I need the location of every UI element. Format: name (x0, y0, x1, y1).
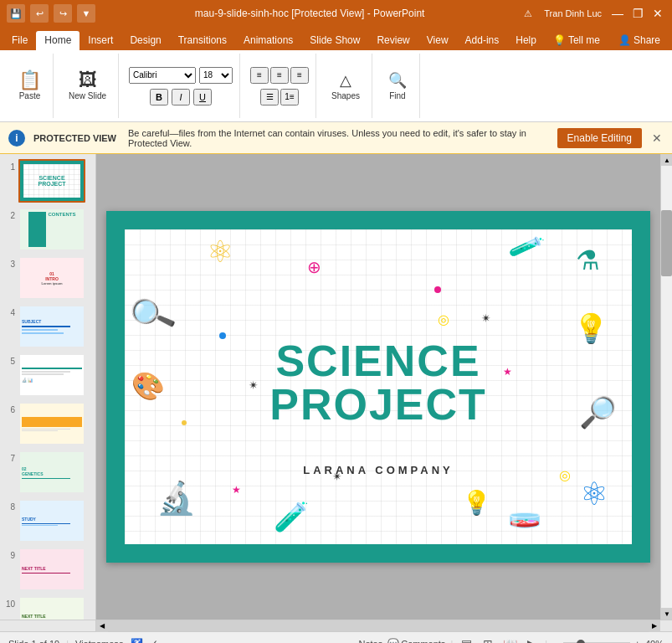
canvas-area: SCIENCE PROJECT LARANA COMPANY ⚛ ⊕ 🧪 ⚗ 💡… (96, 154, 660, 620)
bullet-list-button[interactable]: ☰ (260, 89, 279, 105)
font-size-select[interactable]: 18 (199, 67, 233, 84)
list-item[interactable]: 6 (3, 402, 92, 445)
dot-deco1 (219, 332, 226, 339)
pink-star1: ★ (232, 484, 241, 496)
enable-editing-button[interactable]: Enable Editing (557, 128, 642, 148)
tab-file[interactable]: File (3, 31, 36, 50)
tab-view[interactable]: View (418, 31, 457, 50)
comments-icon: 💬 (387, 638, 399, 643)
list-item[interactable]: 3 01 INTRO Lorem ipsum (3, 256, 92, 300)
notes-button[interactable]: Notes (358, 639, 382, 644)
zoom-level: 40% (645, 639, 664, 644)
align-right-button[interactable]: ≡ (290, 67, 309, 84)
h-scroll-track[interactable] (108, 620, 649, 631)
new-slide-icon: 🖼 (79, 71, 97, 90)
bold-button[interactable]: B (150, 89, 168, 105)
align-left-button[interactable]: ≡ (250, 67, 269, 84)
font-family-select[interactable]: Calibri (129, 67, 196, 84)
tab-animations[interactable]: Animations (235, 31, 301, 50)
close-bar-button[interactable]: ✕ (650, 131, 664, 145)
slideshow-button[interactable]: ▶ (523, 635, 540, 644)
beaker-deco: 🧪 (274, 500, 309, 533)
zoom-plus[interactable]: + (635, 639, 640, 644)
dot-deco3 (434, 286, 441, 293)
slide-info: Slide 1 of 19 (8, 639, 59, 644)
slide-thumb-1[interactable]: SCIENCE PROJECT (18, 159, 85, 203)
slide-thumb-10[interactable]: NEXT TITLE (18, 596, 85, 620)
spiral-deco2: ◎ (559, 467, 571, 483)
slide-thumb-8[interactable]: STUDY (18, 499, 85, 543)
save-button[interactable]: 💾 (7, 4, 25, 23)
scroll-thumb (661, 210, 672, 276)
h-scroll-left-spacer (0, 620, 96, 631)
tab-insert[interactable]: Insert (80, 31, 121, 50)
minimize-button[interactable]: — (610, 6, 625, 21)
slide-sorter-button[interactable]: ⊞ (480, 635, 496, 644)
star-deco3: ✴ (332, 470, 342, 483)
tab-transitions[interactable]: Transitions (170, 31, 235, 50)
tab-home[interactable]: Home (36, 31, 80, 50)
slide-thumb-4[interactable]: SUBJECT (18, 305, 85, 348)
list-item[interactable]: 1 SCIENCE PROJECT (3, 159, 92, 203)
scroll-left-button[interactable]: ◀ (96, 620, 108, 632)
slide-title: SCIENCE PROJECT (269, 339, 487, 426)
status-left: Slide 1 of 19 | Vietnamese ♿ ✓ (8, 638, 158, 644)
font-group: Calibri 18 B I U (122, 54, 240, 118)
scroll-right-button[interactable]: ▶ (649, 620, 660, 632)
tab-slideshow[interactable]: Slide Show (301, 31, 368, 50)
protected-icon: i (8, 130, 25, 147)
numbering-button[interactable]: 1≡ (280, 89, 299, 105)
ribbon-content: 📋 Paste 🖼 New Slide Calibri 18 B I U ≡ ≡… (0, 50, 672, 122)
list-item[interactable]: 2 CONTENTS (3, 208, 92, 251)
ribbon-tabs: File Home Insert Design Transitions Anim… (0, 27, 672, 50)
spiral-deco: ◎ (438, 311, 449, 327)
restore-button[interactable]: ❐ (630, 6, 645, 21)
slide-thumb-6[interactable] (18, 402, 85, 445)
redo-button[interactable]: ↪ (54, 4, 72, 23)
new-slide-button[interactable]: 🖼 New Slide (64, 68, 111, 104)
language-indicator: Vietnamese (75, 639, 124, 644)
tab-tellme[interactable]: 💡Tell me (545, 31, 608, 50)
scroll-down-button[interactable]: ▼ (661, 608, 672, 620)
slide-thumb-5[interactable]: 🔬 📊 (18, 353, 85, 397)
slide-thumb-7[interactable]: 02 GENETICS (18, 450, 85, 494)
normal-view-button[interactable]: ▤ (458, 635, 475, 644)
slide-panel[interactable]: 1 SCIENCE PROJECT 2 CONTENTS (0, 154, 96, 620)
scroll-track[interactable] (661, 166, 672, 608)
reading-view-button[interactable]: 📖 (501, 635, 518, 644)
paste-button[interactable]: 📋 Paste (13, 68, 46, 104)
underline-button[interactable]: U (193, 89, 212, 105)
shapes-button[interactable]: △ Shapes (326, 68, 365, 104)
tab-help[interactable]: Help (507, 31, 545, 50)
tab-addins[interactable]: Add-ins (457, 31, 508, 50)
find-button[interactable]: 🔍 Find (382, 68, 413, 104)
slide-thumb-3[interactable]: 01 INTRO Lorem ipsum (18, 256, 85, 300)
customize-qat-button[interactable]: ▼ (77, 4, 95, 23)
list-item[interactable]: 7 02 GENETICS (3, 450, 92, 494)
swirl-deco: ⊕ (307, 257, 321, 277)
star-deco2: ✴ (481, 311, 491, 325)
tab-share[interactable]: 👤 Share (610, 31, 669, 50)
drawing-group: △ Shapes (320, 54, 372, 118)
slide-thumb-2[interactable]: CONTENTS (18, 208, 85, 251)
list-item[interactable]: 5 🔬 📊 (3, 353, 92, 397)
protected-label: PROTECTED VIEW (33, 133, 116, 143)
close-button[interactable]: ✕ (650, 6, 665, 21)
tab-design[interactable]: Design (121, 31, 169, 50)
clipboard-group: 📋 Paste (7, 54, 54, 118)
italic-button[interactable]: I (172, 89, 190, 105)
title-bar: 💾 ↩ ↪ ▼ mau-9-slide-sinh-hoc [Protected … (0, 0, 672, 27)
list-item[interactable]: 4 SUBJECT (3, 305, 92, 348)
list-item[interactable]: 10 NEXT TITLE (3, 596, 92, 620)
tab-review[interactable]: Review (368, 31, 418, 50)
star-deco1: ✴ (249, 378, 259, 392)
undo-button[interactable]: ↩ (30, 4, 49, 23)
zoom-minus[interactable]: − (552, 639, 557, 644)
list-item[interactable]: 9 NEXT TITLE (3, 548, 92, 591)
slide-thumb-9[interactable]: NEXT TITLE (18, 548, 85, 591)
list-item[interactable]: 8 STUDY (3, 499, 92, 543)
comments-button[interactable]: 💬 Comments (387, 638, 445, 643)
align-center-button[interactable]: ≡ (270, 67, 289, 84)
quick-access-toolbar: 💾 ↩ ↪ ▼ (7, 4, 95, 23)
scroll-up-button[interactable]: ▲ (661, 154, 672, 166)
